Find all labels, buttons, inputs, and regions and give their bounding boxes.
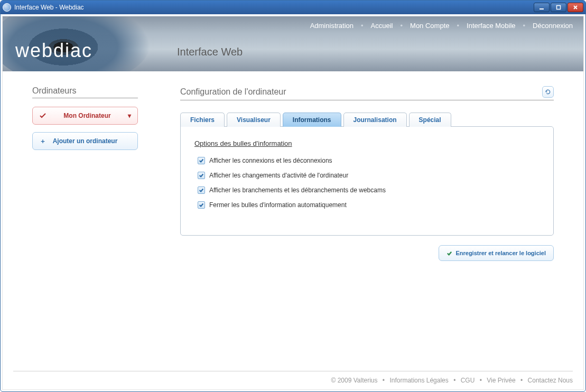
close-button[interactable] [568,3,583,12]
nav-sep: • [523,22,526,30]
add-computer-button[interactable]: ＋ Ajouter un ordinateur [32,132,138,150]
tab-bar: Fichiers Visualiseur Informations Journa… [180,112,554,126]
logo: webdiac [15,40,92,62]
option-label: Afficher les connexions et les déconnexi… [209,157,332,164]
tab-fichiers[interactable]: Fichiers [180,113,225,127]
nav-accueil[interactable]: Accueil [371,22,393,30]
panel-heading: Configuration de l'ordinateur [180,87,286,97]
option-label: Afficher les changements d'activité de l… [209,172,348,179]
banner: Administration• Accueil• Mon Compte• Int… [3,16,583,71]
section-title: Options des bulles d'information [194,139,540,147]
top-nav: Administration• Accueil• Mon Compte• Int… [310,22,573,30]
tab-special[interactable]: Spécial [409,113,451,127]
option-row: Afficher les changements d'activité de l… [198,172,540,179]
checkbox-connexions[interactable] [198,157,205,164]
check-icon [39,113,46,119]
app-icon [3,3,11,12]
nav-sep: • [361,22,364,30]
option-label: Afficher les branchements et les débranc… [209,186,386,194]
checkbox-autoclose[interactable] [198,201,205,209]
window-controls [534,3,583,12]
sidebar: Ordinateurs Mon Ordinateur ▾ ＋ Ajouter u… [32,86,138,261]
nav-deconnexion[interactable]: Déconnexion [533,22,573,30]
footer-sep: • [520,377,523,384]
main: Ordinateurs Mon Ordinateur ▾ ＋ Ajouter u… [3,71,583,261]
panel-header: Configuration de l'ordinateur [180,86,554,100]
footer-sep: • [383,377,385,384]
checkbox-activite[interactable] [198,172,205,179]
footer: © 2009 Valterius • Informations Légales … [13,371,573,389]
content-area: Administration• Accueil• Mon Compte• Int… [1,14,585,391]
sidebar-heading: Ordinateurs [32,86,138,98]
plus-icon: ＋ [39,137,46,146]
titlebar: Interface Web - Webdiac [1,1,585,14]
page-frame: Administration• Accueil• Mon Compte• Int… [2,16,584,390]
option-label: Fermer les bulles d'information automati… [209,201,347,209]
nav-administration[interactable]: Administration [310,22,354,30]
footer-privacy[interactable]: Vie Privée [487,377,515,384]
svg-rect-1 [557,6,561,10]
nav-sep: • [457,22,459,30]
page-title: Interface Web [177,46,243,58]
tab-informations[interactable]: Informations [283,113,341,127]
option-row: Afficher les connexions et les déconnexi… [198,157,540,164]
footer-sep: • [453,377,455,384]
footer-sep: • [480,377,482,384]
footer-cgu[interactable]: CGU [461,377,475,384]
window-title: Interface Web - Webdiac [14,4,534,11]
add-computer-label: Ajouter un ordinateur [46,137,124,145]
config-panel: Configuration de l'ordinateur Fichiers V… [180,86,554,261]
checkbox-webcams[interactable] [198,186,205,194]
tab-journalisation[interactable]: Journalisation [343,113,407,127]
save-relaunch-button[interactable]: Enregistrer et relancer le logiciel [439,245,554,261]
action-row: Enregistrer et relancer le logiciel [180,245,554,261]
computer-select[interactable]: Mon Ordinateur ▾ [32,107,138,125]
computer-select-label: Mon Ordinateur [46,112,128,119]
application-window: Interface Web - Webdiac Administration• … [0,0,586,392]
footer-contact[interactable]: Contactez Nous [528,377,573,384]
option-row: Fermer les bulles d'information automati… [198,201,540,209]
tab-panel: Options des bulles d'information Affiche… [180,126,554,236]
footer-copyright: © 2009 Valterius [331,377,377,384]
nav-interface-mobile[interactable]: Interface Mobile [467,22,516,30]
footer-legal[interactable]: Informations Légales [389,377,448,384]
minimize-button[interactable] [534,3,550,12]
refresh-button[interactable] [542,86,554,98]
caret-down-icon: ▾ [128,112,131,119]
tab-visualiseur[interactable]: Visualiseur [227,113,281,127]
option-row: Afficher les branchements et les débranc… [198,186,540,194]
maximize-button[interactable] [551,3,566,12]
save-button-label: Enregistrer et relancer le logiciel [455,250,546,256]
nav-sep: • [401,22,403,30]
nav-mon-compte[interactable]: Mon Compte [410,22,449,30]
